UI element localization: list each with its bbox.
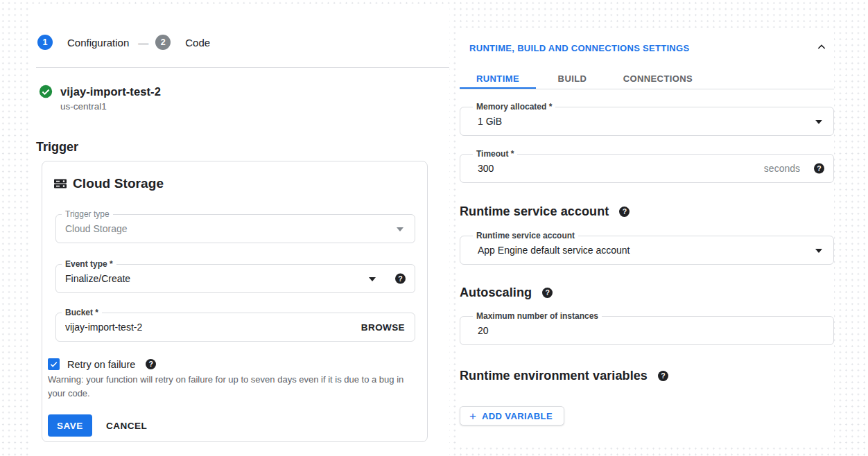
retry-warning-text: Warning: your function will retry on fai… [48, 373, 414, 401]
retry-label: Retry on failure [67, 359, 135, 370]
max-instances-field: Maximum number of instances [460, 316, 834, 345]
step-2-code[interactable]: 2 [155, 35, 171, 50]
function-summary: vijay-import-test-2 [38, 84, 161, 99]
add-variable-label: ADD VARIABLE [482, 411, 553, 421]
trigger-type-label: Trigger type [62, 209, 113, 220]
add-variable-button[interactable]: + ADD VARIABLE [460, 406, 564, 426]
service-account-section-title: Runtime service account [460, 204, 609, 219]
trigger-card-title-row: Cloud Storage [53, 175, 164, 193]
settings-tabs: RUNTIME BUILD CONNECTIONS [460, 71, 834, 89]
trigger-card-title: Cloud Storage [73, 176, 164, 191]
cloud-storage-icon [53, 177, 67, 191]
function-region: us-central1 [60, 101, 107, 112]
max-instances-input[interactable] [478, 317, 702, 344]
trigger-type-value: Cloud Storage [65, 223, 128, 234]
step-2-number: 2 [161, 37, 166, 47]
trigger-actions: SAVE CANCEL [48, 414, 147, 437]
bucket-field: Bucket * BROWSE [55, 313, 415, 342]
env-vars-section-heading: Runtime environment variables ? [460, 369, 668, 383]
trigger-type-select[interactable]: Trigger type Cloud Storage [55, 214, 415, 243]
runtime-service-account-label: Runtime service account [473, 231, 578, 241]
header-divider [36, 67, 449, 68]
timeout-field: Timeout * seconds ? [460, 154, 834, 183]
save-button[interactable]: SAVE [48, 414, 92, 437]
bucket-input[interactable] [65, 313, 280, 341]
step-2-label: Code [185, 37, 210, 49]
event-type-help-icon[interactable]: ? [395, 274, 406, 284]
chevron-down-icon [397, 227, 403, 231]
retry-help-icon[interactable]: ? [146, 359, 156, 369]
function-name: vijay-import-test-2 [60, 85, 161, 98]
autoscaling-section-title: Autoscaling [460, 286, 532, 300]
stepper: 1 Configuration — 2 Code [37, 34, 210, 51]
timeout-help-icon[interactable]: ? [814, 164, 824, 174]
runtime-service-account-select[interactable]: Runtime service account App Engine defau… [460, 236, 834, 265]
retry-checkbox[interactable] [48, 358, 60, 370]
gcp-create-function-page: { "colors": { "accent_blue": "#1a73e8", … [0, 0, 868, 456]
retry-row: Retry on failure ? [48, 358, 156, 370]
chevron-down-icon [815, 120, 822, 124]
trigger-section-title: Trigger [36, 140, 78, 155]
memory-allocated-value: 1 GiB [478, 116, 502, 127]
event-type-select[interactable]: Event type * Finalize/Create ? [55, 264, 415, 293]
chevron-down-icon [815, 249, 822, 253]
check-circle-icon [38, 84, 53, 99]
memory-allocated-select[interactable]: Memory allocated * 1 GiB [460, 107, 834, 136]
chevron-up-icon [816, 42, 827, 53]
tab-runtime[interactable]: RUNTIME [460, 71, 536, 89]
trigger-card: Cloud Storage Trigger type Cloud Storage… [42, 161, 428, 442]
timeout-suffix: seconds [764, 163, 800, 174]
configuration-panel: 1 Configuration — 2 Code vijay-import-te… [31, 7, 449, 456]
env-vars-section-title: Runtime environment variables [460, 369, 648, 383]
timeout-input[interactable] [478, 155, 702, 182]
memory-allocated-label: Memory allocated * [473, 102, 555, 112]
settings-header: RUNTIME, BUILD AND CONNECTIONS SETTINGS [469, 43, 689, 53]
chevron-down-icon [369, 277, 376, 281]
browse-button[interactable]: BROWSE [361, 322, 405, 333]
plus-icon: + [469, 410, 476, 422]
collapse-section-button[interactable] [815, 40, 828, 56]
event-type-value: Finalize/Create [65, 273, 130, 284]
env-vars-help-icon[interactable]: ? [658, 371, 668, 381]
step-separator: — [138, 37, 148, 49]
cancel-button[interactable]: CANCEL [106, 421, 147, 431]
tab-connections[interactable]: CONNECTIONS [609, 71, 707, 89]
step-1-label: Configuration [67, 37, 129, 49]
runtime-settings-panel: RUNTIME, BUILD AND CONNECTIONS SETTINGS … [460, 28, 834, 444]
service-account-help-icon[interactable]: ? [619, 207, 630, 217]
runtime-service-account-value: App Engine default service account [478, 245, 630, 256]
autoscaling-help-icon[interactable]: ? [542, 288, 553, 298]
step-1-number: 1 [43, 37, 48, 47]
service-account-section-heading: Runtime service account ? [460, 204, 630, 219]
step-1-configuration[interactable]: 1 [37, 35, 53, 50]
autoscaling-section-heading: Autoscaling ? [460, 286, 553, 300]
event-type-label: Event type * [62, 259, 116, 270]
tab-build[interactable]: BUILD [539, 71, 605, 89]
